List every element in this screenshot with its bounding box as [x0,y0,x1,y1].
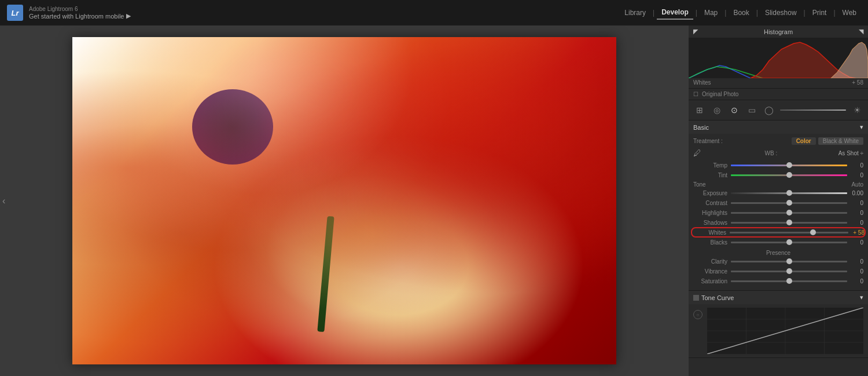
topbar-left: Lr Adobe Lightroom 6 Get started with Li… [7,5,131,21]
histogram-triangle-right[interactable]: ◥ [859,28,863,35]
tone-curve-svg [707,308,863,354]
clarity-slider-row: Clarity 0 [693,257,863,265]
topbar: Lr Adobe Lightroom 6 Get started with Li… [0,0,868,25]
histogram-label: Whites [693,79,711,86]
blacks-thumb[interactable] [786,239,792,245]
histogram-title: Histogram [764,28,793,35]
red-eye-tool[interactable]: ⊙ [728,104,741,116]
highlights-slider-row: Highlights 0 [693,209,863,217]
spot-removal-tool[interactable]: ◎ [711,104,723,116]
basic-panel-header[interactable]: Basic ▾ [689,121,868,134]
adjustment-brush-tool[interactable]: ☀ [851,104,863,116]
temp-value: 0 [847,162,863,169]
whites-slider-container[interactable] [730,228,848,236]
contrast-value: 0 [847,200,863,206]
original-photo-checkbox[interactable]: ☐ [693,91,698,97]
treatment-bw-btn[interactable]: Black & White [818,137,863,145]
tint-label: Tint [693,172,731,178]
histogram-section: ◤ Histogram ◥ Whites + 58 [689,25,868,89]
histogram-value: + 58 [852,79,863,86]
adobe-text: Adobe Lightroom 6 Get started with Light… [29,6,131,20]
whites-thumb[interactable] [810,229,816,235]
exposure-label: Exposure [693,190,731,196]
basic-panel: Basic ▾ Treatment : Color Black & White … [689,121,868,291]
shadows-slider-container[interactable] [731,218,847,227]
tone-curve-body: ○ [689,304,868,357]
nav-library[interactable]: Library [620,6,650,19]
tone-curve-mode-icon[interactable]: ○ [693,310,703,319]
wb-value[interactable]: As Shot ÷ [838,150,863,156]
highlights-slider-container[interactable] [731,209,847,217]
nav-map[interactable]: Map [700,6,722,19]
nav-web[interactable]: Web [838,6,861,19]
histogram-canvas [689,38,868,78]
tint-track [731,174,847,176]
tone-section-label: Tone Auto [693,181,863,188]
original-photo-label: Original Photo [702,91,738,97]
histogram-header: ◤ Histogram ◥ [689,25,868,38]
highlights-thumb[interactable] [786,210,792,216]
subtitle-arrow: ▶ [126,12,131,20]
vibrance-thumb[interactable] [786,268,792,274]
exposure-slider-row: Exposure 0.00 [693,189,863,197]
treatment-color-btn[interactable]: Color [792,137,816,145]
left-panel-toggle[interactable]: ‹ [2,196,5,206]
topbar-nav: Library | Develop | Map | Book | Slidesh… [620,6,861,20]
nav-slideshow[interactable]: Slideshow [760,6,801,19]
tone-curve-header[interactable]: Tone Curve ▾ [689,291,868,304]
tone-curve-title: Tone Curve [701,294,734,301]
nav-print[interactable]: Print [808,6,832,19]
histogram-triangle-left[interactable]: ◤ [693,28,698,35]
wb-eyedropper-icon[interactable]: 🖊 [693,148,701,158]
lr-logo: Lr [7,5,23,21]
graduated-filter-tool[interactable]: ▭ [745,104,758,116]
temp-thumb[interactable] [786,162,792,168]
histogram-caption: Whites + 58 [689,78,868,88]
nav-book[interactable]: Book [729,6,753,19]
exposure-thumb[interactable] [786,190,792,196]
wb-row: 🖊 WB : As Shot ÷ [693,148,863,158]
vibrance-value: 0 [847,268,863,275]
shadows-thumb[interactable] [786,220,792,225]
contrast-track [731,202,847,204]
photo-container [72,37,616,364]
clarity-thumb[interactable] [786,258,792,264]
svg-marker-1 [831,42,868,78]
blacks-slider-container[interactable] [731,238,847,246]
vibrance-track [731,271,847,272]
tone-curve-collapse: ▾ [860,294,863,301]
nav-develop[interactable]: Develop [657,6,693,20]
adobe-subtitle[interactable]: Get started with Lightroom mobile ▶ [29,12,131,20]
tone-curve-icon-square [693,295,699,301]
shadows-track [731,222,847,224]
main-content: ‹ ◤ Histogram ◥ [0,25,868,376]
tint-slider-row: Tint 0 [693,171,863,179]
saturation-slider-container[interactable] [731,277,847,285]
exposure-slider-container[interactable] [731,189,847,197]
presence-section-label: Presence [693,250,863,256]
saturation-value: 0 [847,278,863,284]
blacks-value: 0 [847,239,863,246]
tint-thumb[interactable] [786,172,792,178]
saturation-slider-row: Saturation 0 [693,277,863,285]
tool-row: ⊞ ◎ ⊙ ▭ ◯ ☀ [689,100,868,121]
crop-tool[interactable]: ⊞ [693,104,706,116]
radial-filter-tool[interactable]: ◯ [763,104,775,116]
vibrance-slider-container[interactable] [731,267,847,275]
basic-panel-collapse: ▾ [860,123,863,131]
clarity-slider-container[interactable] [731,257,847,265]
contrast-slider-container[interactable] [731,199,847,207]
treatment-row: Treatment : Color Black & White [693,137,863,145]
temp-slider-container[interactable] [731,161,847,169]
shadows-slider-row: Shadows 0 [693,218,863,227]
exposure-track [731,192,847,194]
contrast-thumb[interactable] [786,200,792,206]
photo-detail [72,37,616,364]
clarity-track [731,261,847,262]
saturation-thumb[interactable] [786,278,792,284]
tone-auto[interactable]: Auto [851,181,863,188]
basic-panel-content: Treatment : Color Black & White 🖊 WB : A… [689,134,868,290]
tint-slider-container[interactable] [731,171,847,179]
tool-slider[interactable] [780,109,846,111]
whites-value: + 58 [848,229,865,236]
